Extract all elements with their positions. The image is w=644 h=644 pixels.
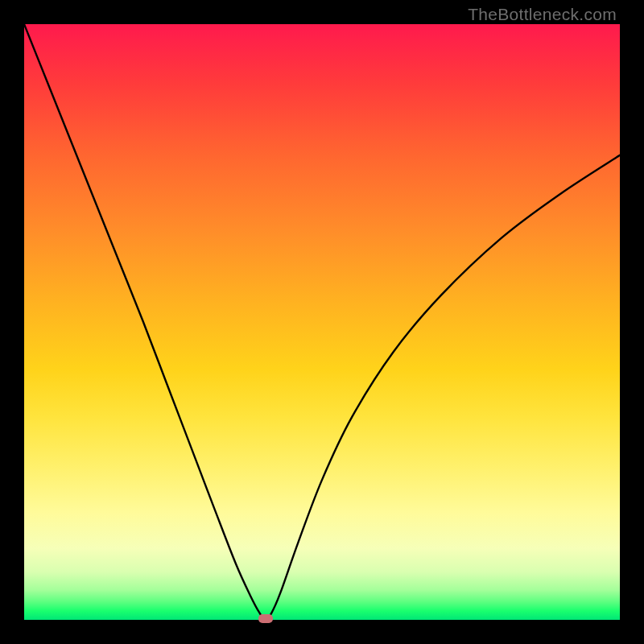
watermark-text: TheBottleneck.com [468,5,617,24]
plot-area [24,24,620,620]
chart-frame: TheBottleneck.com [0,0,644,644]
minimum-marker [258,614,273,623]
bottleneck-curve [24,24,620,620]
